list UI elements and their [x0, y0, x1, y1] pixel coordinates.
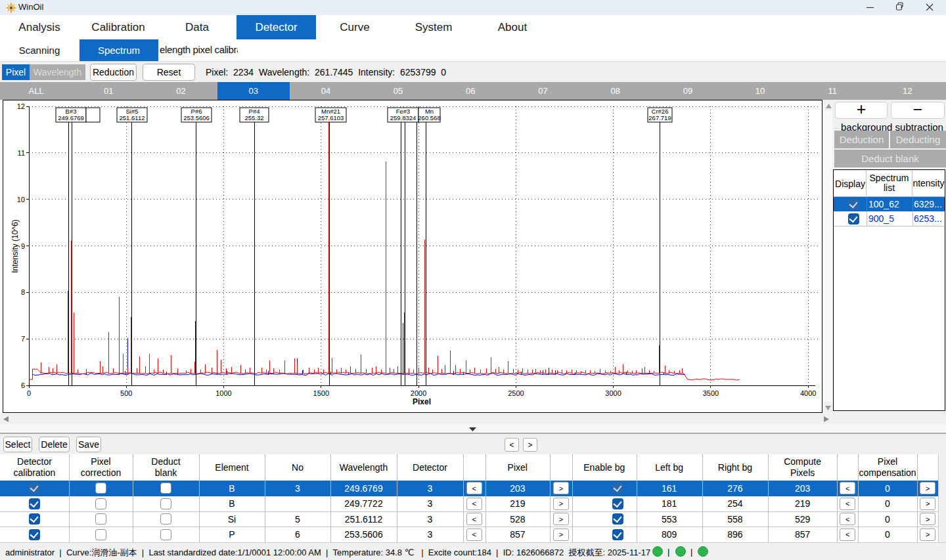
- svg-text:255.32: 255.32: [244, 114, 263, 121]
- svg-text:267.719: 267.719: [648, 114, 671, 121]
- svg-text:3500: 3500: [703, 389, 719, 397]
- svg-text:6: 6: [21, 381, 25, 389]
- svg-text:257.6103: 257.6103: [318, 114, 344, 121]
- svg-text:253.5606: 253.5606: [183, 114, 210, 121]
- svg-text:Intensity (10^6): Intensity (10^6): [11, 219, 20, 273]
- svg-text:3000: 3000: [605, 389, 621, 397]
- svg-text:2500: 2500: [508, 389, 524, 397]
- svg-text:9: 9: [21, 242, 25, 250]
- svg-text:500: 500: [120, 389, 132, 397]
- svg-text:8: 8: [21, 288, 25, 296]
- svg-text:249.6769: 249.6769: [58, 114, 84, 121]
- svg-text:1500: 1500: [313, 389, 329, 397]
- svg-text:1000: 1000: [215, 389, 231, 397]
- svg-text:Pixel: Pixel: [413, 397, 431, 406]
- svg-text:4000: 4000: [800, 389, 816, 397]
- svg-text:2000: 2000: [411, 389, 426, 397]
- svg-text:10: 10: [17, 196, 25, 204]
- svg-text:259.8324: 259.8324: [390, 114, 417, 121]
- svg-text:0: 0: [27, 389, 31, 397]
- svg-text:12: 12: [17, 102, 25, 110]
- svg-text:260.568: 260.568: [418, 114, 440, 121]
- svg-text:7: 7: [21, 335, 25, 343]
- svg-text:11: 11: [18, 149, 25, 157]
- svg-text:251.6112: 251.6112: [120, 114, 145, 121]
